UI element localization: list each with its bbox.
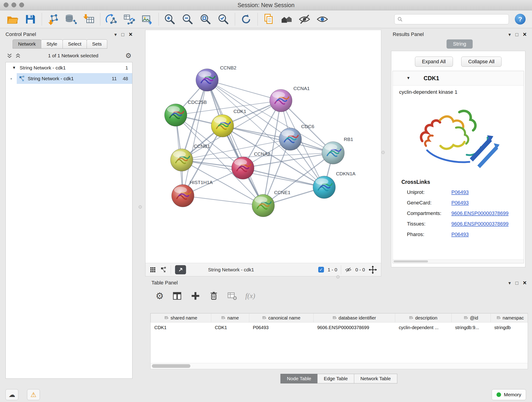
search-box[interactable] <box>394 14 509 24</box>
network-options-gear-icon[interactable]: ⚙ <box>125 52 132 59</box>
network-edge-CCNA2-CDKN1A[interactable] <box>243 168 324 187</box>
memory-button[interactable]: Memory <box>492 389 526 400</box>
crosslink-link[interactable]: 9606.ENSP00000378699 <box>451 211 509 216</box>
table-cell[interactable]: cyclin-dependent ... <box>395 322 452 333</box>
panel-collapse-icon[interactable]: ▾ <box>508 32 511 37</box>
expand-all-button[interactable]: Expand All <box>415 57 453 67</box>
panel-float-icon[interactable]: □ <box>121 32 124 37</box>
network-collection-row[interactable]: ▼ String Network - cdk1 1 <box>6 62 132 73</box>
crosslink-link[interactable]: P06493 <box>451 200 469 206</box>
network-canvas[interactable]: CCNB2CCNA1CDC25BCDK1CDC6RB1CCNB1CCNA2CDK… <box>146 30 381 263</box>
tab-style[interactable]: Style <box>41 39 63 49</box>
selected-checkbox[interactable]: ✓ <box>318 267 324 273</box>
scrollbar-thumb[interactable] <box>394 260 428 262</box>
network-node-ccnb2[interactable]: CCNB2 <box>196 65 236 91</box>
network-node-cdc6[interactable]: CDC6 <box>279 124 314 150</box>
panel-collapse-icon[interactable]: ▾ <box>508 281 511 285</box>
search-input[interactable] <box>405 16 506 22</box>
save-session-button[interactable] <box>23 12 38 27</box>
zoom-fit-button[interactable] <box>198 12 213 27</box>
window-close-button[interactable] <box>4 2 8 7</box>
apply-layout-button[interactable] <box>239 12 253 27</box>
hide-panel-button[interactable] <box>297 12 312 27</box>
column-header-description[interactable]: description <box>395 313 452 322</box>
collapse-all-button[interactable]: Collapse All <box>461 57 502 67</box>
birds-eye-view-button[interactable] <box>175 265 186 274</box>
show-columns-icon[interactable] <box>172 291 182 301</box>
table-cell[interactable]: CDK1 <box>151 322 211 333</box>
network-from-table-button[interactable] <box>122 12 137 27</box>
disclosure-triangle-icon[interactable]: ▼ <box>406 76 410 80</box>
copy-document-button[interactable] <box>261 12 276 27</box>
network-node-ccna1[interactable]: CCNA1 <box>270 86 310 112</box>
scrollbar-thumb[interactable] <box>152 364 190 368</box>
table-cell[interactable]: stringdb:9... <box>452 322 491 333</box>
column-header-canonical-name[interactable]: canonical name <box>249 313 314 322</box>
column-header-shared-name[interactable]: shared name <box>151 313 211 322</box>
panel-close-icon[interactable]: × <box>523 32 526 38</box>
network-view-icon[interactable] <box>160 267 167 273</box>
panel-float-icon[interactable]: □ <box>515 32 519 37</box>
network-edge-CCNB2-HIST1H1A[interactable] <box>183 80 207 196</box>
table-row[interactable]: CDK1CDK1P064939606.ENSP00000378699cyclin… <box>151 322 528 333</box>
function-builder-icon[interactable]: f(x) <box>245 292 255 300</box>
cloud-status-button[interactable]: ☁ <box>6 389 18 400</box>
clear-table-icon[interactable] <box>227 291 237 301</box>
import-network-from-database-button[interactable] <box>63 12 78 27</box>
panel-collapse-icon[interactable]: ▾ <box>114 32 117 37</box>
network-node-cdk1[interactable]: CDK1 <box>211 109 246 137</box>
network-node-hist1h1a[interactable]: HIST1H1A <box>172 180 213 207</box>
grid-view-icon[interactable] <box>150 267 156 273</box>
panel-float-icon[interactable]: □ <box>515 281 519 285</box>
tab-sets[interactable]: Sets <box>87 39 107 49</box>
table-settings-gear-icon[interactable]: ⚙ <box>156 291 164 300</box>
delete-column-trash-icon[interactable] <box>209 291 219 301</box>
table-cell[interactable]: P06493 <box>249 322 314 333</box>
splitter-handle[interactable] <box>381 151 385 154</box>
tab-edge-table[interactable]: Edge Table <box>317 374 354 383</box>
crosslink-link[interactable]: 9606.ENSP00000378699 <box>451 221 509 227</box>
column-header-database-identifier[interactable]: database identifier <box>314 313 395 322</box>
network-node-rb1[interactable]: RB1 <box>322 137 353 164</box>
table-horizontal-scrollbar[interactable] <box>151 363 528 369</box>
disclosure-triangle-icon[interactable]: ▼ <box>12 65 16 70</box>
tab-network-table[interactable]: Network Table <box>354 374 397 383</box>
crosslink-link[interactable]: P06493 <box>451 231 469 237</box>
add-column-plus-icon[interactable] <box>190 291 201 301</box>
export-image-button[interactable] <box>140 12 154 27</box>
crosslink-link[interactable]: P06493 <box>451 189 469 195</box>
tab-node-table[interactable]: Node Table <box>280 374 317 383</box>
protein-card-header[interactable]: ▼ CDK1 <box>393 71 524 85</box>
column-header-namespac[interactable]: namespac <box>491 313 528 322</box>
new-network-button[interactable] <box>104 12 119 27</box>
network-node-cdkn1a[interactable]: CDKN1A <box>313 171 355 198</box>
network-edge-CCNB2-CCNE1[interactable] <box>207 80 263 206</box>
panel-close-icon[interactable]: × <box>129 32 133 38</box>
help-button[interactable]: ? <box>515 14 526 25</box>
zoom-selected-button[interactable] <box>216 12 231 27</box>
table-cell[interactable]: stringdb <box>491 322 528 333</box>
window-zoom-button[interactable] <box>19 2 24 7</box>
show-panel-button[interactable] <box>315 12 330 27</box>
warnings-button[interactable]: ⚠ <box>27 389 40 400</box>
panel-close-icon[interactable]: × <box>523 280 526 286</box>
network-edge-HIST1H1A-CCNE1[interactable] <box>183 196 263 206</box>
pan-crosshair-icon[interactable] <box>369 266 377 274</box>
open-session-button[interactable] <box>5 12 20 27</box>
column-header-name[interactable]: name <box>211 313 249 322</box>
tab-select[interactable]: Select <box>63 39 87 49</box>
collapse-all-icon[interactable] <box>6 53 13 58</box>
splitter-handle[interactable] <box>336 275 340 279</box>
results-horizontal-scrollbar[interactable] <box>393 259 524 263</box>
network-row-selected[interactable]: ● String Network - cdk1 11 48 <box>6 73 132 84</box>
table-cell[interactable]: 9606.ENSP00000378699 <box>314 322 395 333</box>
window-minimize-button[interactable] <box>12 2 16 7</box>
table-cell[interactable]: CDK1 <box>211 322 249 333</box>
import-table-button[interactable] <box>81 12 96 27</box>
tab-string[interactable]: String <box>447 39 472 49</box>
import-network-from-file-button[interactable] <box>46 12 60 27</box>
show-all-panels-button[interactable] <box>279 12 294 27</box>
expand-all-icon[interactable] <box>15 53 21 58</box>
splitter-handle[interactable] <box>139 205 142 209</box>
column-header-@id[interactable]: @id <box>452 313 491 322</box>
